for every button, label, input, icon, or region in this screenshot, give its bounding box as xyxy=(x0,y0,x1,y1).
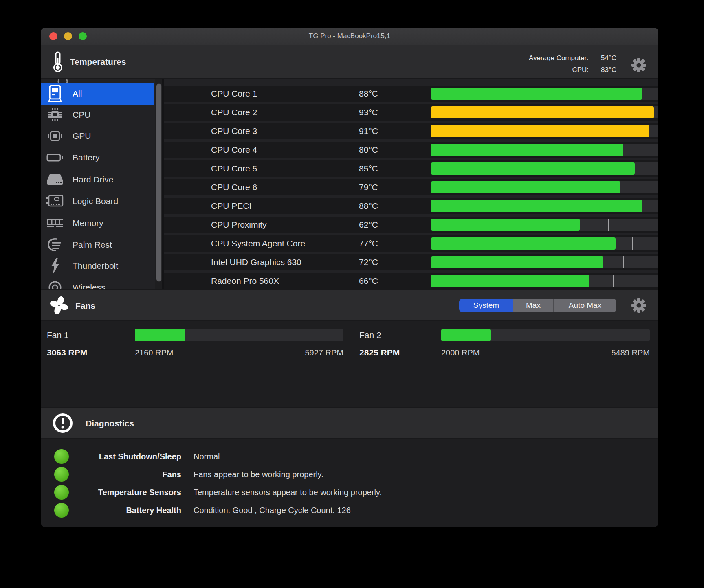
sidebar-item-hard-drive[interactable]: Hard Drive xyxy=(41,169,154,191)
cpu-temp-label: CPU: xyxy=(483,66,589,74)
temperature-bar-fill xyxy=(431,219,580,231)
sidebar-item-thunderbolt[interactable]: Thunderbolt xyxy=(41,255,154,277)
memory-icon xyxy=(46,215,64,231)
temp-row-cpu-proximity: CPU Proximity62°C xyxy=(164,217,658,233)
sidebar-item-label: Thunderbolt xyxy=(73,261,118,271)
diagnostics-header: Diagnostics xyxy=(41,407,658,439)
fan-mode-max[interactable]: Max xyxy=(513,299,554,312)
fan2-current-rpm: 2825 RPM xyxy=(359,348,400,358)
temperature-bar-track xyxy=(431,106,658,118)
temperature-bar-track xyxy=(431,181,658,193)
fan-mode-system[interactable]: System xyxy=(459,299,513,312)
temperature-bar-track xyxy=(431,144,658,156)
sensor-name: CPU Core 4 xyxy=(211,145,257,155)
sidebar-item-label: Memory xyxy=(73,218,103,228)
fans-settings-gear-icon[interactable] xyxy=(631,297,647,314)
sidebar-item-wireless[interactable]: Wireless xyxy=(41,276,154,289)
sensor-temperature: 72°C xyxy=(327,257,378,267)
fan-mode-segmented-control: System Max Auto Max xyxy=(459,299,616,312)
sidebar-item-all[interactable]: All xyxy=(41,83,154,105)
temperature-bar-fill xyxy=(431,200,642,212)
gear-icon xyxy=(631,297,647,314)
thermometer-icon xyxy=(52,50,64,73)
temp-row-cpu-core-5: CPU Core 585°C xyxy=(164,160,658,177)
fan2-name: Fan 2 xyxy=(359,330,381,340)
temperatures-title: Temperatures xyxy=(70,57,126,67)
diagnostic-label: Last Shutdown/Sleep xyxy=(41,452,181,461)
palm-rest-icon xyxy=(46,237,64,253)
diagnostic-value: Condition: Good , Charge Cycle Count: 12… xyxy=(194,506,351,515)
fan-mode-auto-max[interactable]: Auto Max xyxy=(554,299,616,312)
sensor-temperature: 93°C xyxy=(327,108,378,117)
battery-icon xyxy=(46,149,64,166)
temperature-bar-track xyxy=(431,125,658,137)
sensor-name: CPU Core 5 xyxy=(211,164,257,173)
avg-computer-label: Average Computer: xyxy=(483,54,589,62)
temp-row-cpu-system-agent-core: CPU System Agent Core77°C xyxy=(164,235,658,252)
wireless-icon xyxy=(46,279,64,289)
sidebar-scrollbar[interactable] xyxy=(156,83,162,282)
sidebar-item-battery[interactable]: Battery xyxy=(41,147,154,169)
sensor-name: CPU Proximity xyxy=(211,220,267,230)
sidebar-item-logic-board[interactable]: Logic Board xyxy=(41,190,154,212)
sidebar-item-gpu[interactable]: GPU xyxy=(41,125,154,147)
sidebar-item-cpu[interactable]: CPU xyxy=(41,104,154,126)
fan1-gauge xyxy=(135,329,343,341)
temperature-bar-fill xyxy=(431,106,654,118)
fan-icon xyxy=(50,296,68,315)
fan2-gauge xyxy=(441,329,650,341)
fan1-current-rpm: 3063 RPM xyxy=(47,348,87,358)
fan1-name: Fan 1 xyxy=(47,330,69,340)
avg-computer-value: 54°C xyxy=(593,54,616,62)
sensor-name: CPU PECI xyxy=(211,201,251,211)
sensor-name: CPU Core 6 xyxy=(211,182,257,192)
gpu-chip-icon xyxy=(46,128,64,144)
sensor-name: CPU System Agent Core xyxy=(211,239,305,248)
temperature-bar-track xyxy=(431,256,658,268)
temp-row-radeon-pro-560x: Radeon Pro 560X66°C xyxy=(164,273,658,289)
sensor-temperature: 66°C xyxy=(327,276,378,286)
sensor-temperature: 88°C xyxy=(327,201,378,211)
sidebar-item-label: Logic Board xyxy=(73,196,118,206)
temp-row-intel-uhd-graphics-630: Intel UHD Graphics 63072°C xyxy=(164,254,658,270)
sidebar-item-label: Wireless xyxy=(73,283,106,289)
logic-board-icon xyxy=(46,193,64,209)
temperature-list: CPU Core 188°CCPU Core 293°CCPU Core 391… xyxy=(164,79,658,289)
temperature-bar-fill xyxy=(431,144,623,156)
fan2-gauge-fill xyxy=(441,329,491,341)
sidebar-item-palm-rest[interactable]: Palm Rest xyxy=(41,234,154,256)
temperature-bar-track xyxy=(431,162,658,175)
cpu-temp-value: 83°C xyxy=(593,66,616,74)
temp-row-cpu-core-6: CPU Core 679°C xyxy=(164,179,658,195)
window-title: TG Pro - MacBookPro15,1 xyxy=(41,28,658,45)
diagnostic-value: Normal xyxy=(194,452,220,461)
temperature-max-tick xyxy=(608,219,609,231)
sidebar-item-label: GPU xyxy=(73,131,91,141)
temperature-bar-fill xyxy=(431,125,649,137)
sensor-temperature: 77°C xyxy=(327,239,378,248)
sensor-name: CPU Core 3 xyxy=(211,126,257,136)
cpu-chip-icon xyxy=(46,107,64,123)
sensor-temperature: 80°C xyxy=(327,145,378,155)
sensor-name: CPU Core 1 xyxy=(211,89,257,99)
sensor-name: Intel UHD Graphics 630 xyxy=(211,257,301,267)
diagnostic-value: Temperature sensors appear to be working… xyxy=(194,488,382,497)
sidebar-item-label: Battery xyxy=(73,153,100,162)
temperature-bar-track xyxy=(431,219,658,231)
sidebar-item-label: CPU xyxy=(73,110,90,120)
temperature-bar-track xyxy=(431,200,658,212)
title-bar[interactable]: TG Pro - MacBookPro15,1 xyxy=(41,28,658,45)
temperatures-settings-gear-icon[interactable] xyxy=(631,57,647,73)
thunderbolt-icon xyxy=(46,258,64,274)
sidebar-item-memory[interactable]: Memory xyxy=(41,212,154,234)
fan2-max-rpm: 5489 RPM xyxy=(576,348,650,358)
fan1-min-rpm: 2160 RPM xyxy=(135,348,174,358)
temperature-bar-fill xyxy=(431,162,635,175)
temperature-max-tick xyxy=(623,256,624,268)
sensor-name: CPU Core 2 xyxy=(211,108,257,117)
sensor-temperature: 91°C xyxy=(327,126,378,136)
temperature-max-tick xyxy=(632,237,633,250)
temp-row-cpu-core-3: CPU Core 391°C xyxy=(164,123,658,139)
temperature-bar-fill xyxy=(431,181,620,193)
sidebar-item-label: Hard Drive xyxy=(73,175,113,184)
